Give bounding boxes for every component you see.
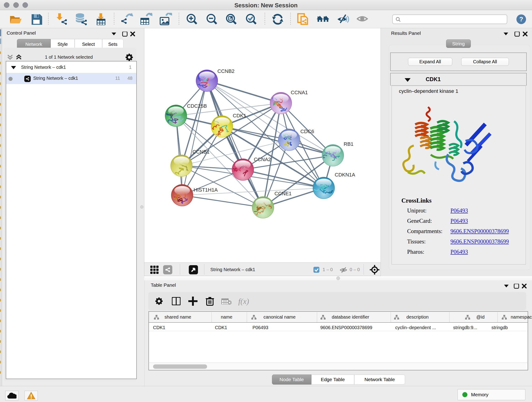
svg-text:CDKN1A: CDKN1A — [335, 172, 355, 178]
svg-text:CDK1: CDK1 — [233, 113, 246, 119]
svg-text:CDC6: CDC6 — [300, 128, 314, 134]
svg-text:HIST1H1A: HIST1H1A — [194, 187, 218, 193]
svg-text:RB1: RB1 — [344, 141, 354, 147]
svg-text:CCNA2: CCNA2 — [254, 157, 271, 162]
svg-text:CDC25B: CDC25B — [187, 103, 207, 109]
svg-text:?: ? — [519, 16, 523, 23]
svg-text:CCNA1: CCNA1 — [291, 89, 308, 95]
svg-text:CCNE1: CCNE1 — [274, 191, 292, 196]
svg-text:CCNB1: CCNB1 — [192, 149, 210, 155]
svg-text:CCNB2: CCNB2 — [217, 68, 234, 74]
